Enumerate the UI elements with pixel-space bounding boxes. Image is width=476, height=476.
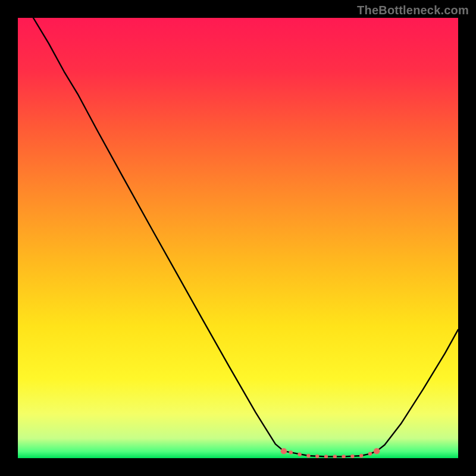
marker-dot [315,455,319,458]
marker-dot [306,454,310,458]
marker-dot [359,454,363,458]
marker-dot [289,450,293,454]
watermark-text: TheBottleneck.com [357,4,469,17]
bottleneck-chart [18,18,458,458]
chart-background [18,18,458,458]
marker-dot [350,455,354,458]
chart-svg [18,18,458,458]
app-frame: TheBottleneck.com [0,0,476,476]
marker-dot [368,452,372,455]
marker-dot [298,453,301,456]
marker-dot [374,448,380,454]
marker-dot [281,448,287,454]
